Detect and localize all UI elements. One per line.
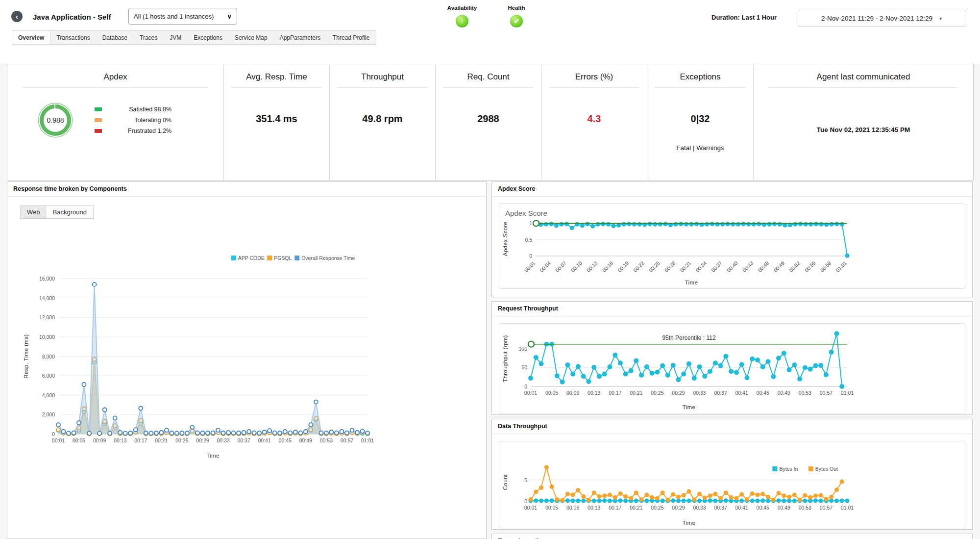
tab-label: Database — [102, 34, 127, 41]
svg-text:4,000: 4,000 — [42, 392, 55, 398]
tab[interactable]: Database — [97, 31, 134, 44]
agent-last-communicated-value: Tue Nov 02, 2021 12:35:45 PM — [754, 126, 973, 133]
tab[interactable]: Overview — [12, 31, 50, 44]
tab[interactable]: Transactions — [50, 31, 96, 44]
instance-selector[interactable]: All (1 hosts and 1 instances) ∨ — [128, 8, 237, 25]
apdex-legend-item: Satisfied 98.8% — [95, 106, 172, 113]
svg-text:00:25: 00:25 — [648, 260, 661, 273]
response-time-chart: 02,0004,0006,0008,00010,00012,00014,0001… — [11, 222, 483, 461]
divider — [655, 87, 746, 88]
svg-text:1: 1 — [529, 220, 532, 226]
svg-text:00:05: 00:05 — [73, 437, 85, 443]
svg-text:00:09: 00:09 — [566, 505, 579, 511]
errors-value: 4.3 — [541, 113, 647, 125]
req-count-card: Req. Count 2988 — [435, 64, 541, 180]
svg-text:00:16: 00:16 — [601, 260, 614, 273]
back-button[interactable]: ‹ — [11, 11, 23, 22]
exceptions-card: Exceptions 0|32 Fatal | Warnings — [647, 64, 753, 180]
instance-selector-value: All (1 hosts and 1 instances) — [134, 13, 214, 20]
exceptions-value: 0|32 — [647, 113, 753, 125]
divider — [231, 87, 322, 88]
tab[interactable]: Exceptions — [188, 31, 229, 44]
svg-text:00:25: 00:25 — [175, 437, 188, 443]
toggle-button-label: Background — [53, 208, 87, 216]
svg-text:00:45: 00:45 — [757, 390, 769, 396]
svg-text:00:17: 00:17 — [609, 390, 621, 396]
legend-swatch — [95, 107, 102, 111]
toggle-button-label: Web — [27, 208, 40, 216]
svg-text:01:01: 01:01 — [841, 505, 854, 511]
divider — [23, 87, 208, 88]
svg-text:00:49: 00:49 — [778, 390, 790, 396]
apdex-legend-item: Frustrated 1.2% — [95, 128, 172, 134]
svg-text:Bytes In: Bytes In — [779, 466, 798, 472]
card-title: Agent last communicated — [754, 72, 973, 82]
svg-text:00:10: 00:10 — [570, 260, 583, 273]
apdex-score-panel: Apdex Score Apdex Score 00.5100:0100:040… — [491, 181, 973, 297]
svg-text:00:53: 00:53 — [320, 437, 333, 443]
svg-text:00:13: 00:13 — [588, 505, 600, 511]
divider — [337, 87, 428, 88]
duration-label: Duration: Last 1 Hour — [711, 14, 777, 21]
svg-text:00:29: 00:29 — [196, 437, 209, 443]
svg-text:2,000: 2,000 — [42, 411, 55, 417]
svg-text:00:33: 00:33 — [217, 437, 229, 443]
exceptions-sublabel: Fatal | Warnings — [647, 144, 753, 152]
svg-text:00:49: 00:49 — [778, 505, 790, 511]
response-time-panel: Response time broken by Components Web B… — [7, 181, 487, 539]
tab[interactable]: Thread Profile — [327, 31, 376, 44]
request-throughput-chart-box: 05010000:0100:0500:0900:1300:1700:2100:2… — [499, 323, 965, 413]
tab[interactable]: AppParameters — [274, 31, 327, 44]
svg-text:APP CODE: APP CODE — [238, 255, 265, 261]
tab[interactable]: Service Map — [229, 31, 274, 44]
req-count-value: 2988 — [436, 113, 541, 125]
svg-text:Bytes Out: Bytes Out — [815, 466, 838, 472]
page-title: Java Application - Self — [33, 13, 111, 21]
svg-text:00:19: 00:19 — [616, 260, 630, 273]
main-content: Response time broken by Components Web B… — [7, 181, 973, 539]
date-range-picker[interactable]: 2-Nov-2021 11:29 - 2-Nov-2021 12:29 ▾ — [798, 10, 965, 26]
request-throughput-chart: 05010000:0100:0500:0900:1300:1700:2100:2… — [499, 324, 862, 412]
svg-text:00:21: 00:21 — [630, 390, 642, 396]
svg-text:00:05: 00:05 — [545, 505, 558, 511]
tab-label: Exceptions — [194, 34, 222, 41]
svg-text:00:53: 00:53 — [799, 390, 811, 396]
svg-text:6,000: 6,000 — [42, 373, 55, 379]
tab[interactable]: JVM — [164, 31, 188, 44]
svg-text:Time: Time — [683, 520, 696, 526]
svg-text:00:58: 00:58 — [819, 260, 833, 273]
errors-count-panel: Errors (count) — [491, 534, 973, 539]
svg-text:00:34: 00:34 — [694, 260, 708, 273]
apdex-legend-item: Tolerating 0% — [95, 117, 172, 124]
svg-text:Resp. Time (ms): Resp. Time (ms) — [23, 334, 29, 378]
errors-count-panel-title: Errors (count) — [492, 534, 972, 539]
tab-label: AppParameters — [280, 34, 320, 41]
apdex-legend: Satisfied 98.8% Tolerating 0% Frustrated… — [95, 106, 172, 134]
svg-text:00:05: 00:05 — [545, 390, 558, 396]
svg-text:00:55: 00:55 — [804, 260, 817, 273]
tab[interactable]: Traces — [134, 31, 164, 44]
health-status: Health ✔ — [494, 5, 539, 27]
toggle-button[interactable]: Web — [21, 206, 47, 218]
svg-text:0: 0 — [52, 431, 55, 437]
svg-text:Count: Count — [502, 474, 508, 490]
health-check-icon: ✔ — [510, 15, 523, 27]
svg-text:Time: Time — [206, 453, 220, 459]
svg-text:00:01: 00:01 — [524, 390, 537, 396]
toggle-button[interactable]: Background — [47, 206, 93, 218]
legend-label: Tolerating 0% — [107, 117, 172, 124]
svg-text:00:37: 00:37 — [714, 505, 727, 511]
svg-text:Apdex Score: Apdex Score — [502, 222, 508, 256]
data-throughput-panel-title: Data Throughput — [492, 419, 972, 434]
svg-text:8,000: 8,000 — [42, 354, 55, 359]
svg-text:00:13: 00:13 — [588, 390, 600, 396]
svg-text:00:43: 00:43 — [741, 260, 755, 273]
data-throughput-panel: Data Throughput 0500:0100:0500:0900:1300… — [491, 419, 973, 530]
apdex-card: Apdex 0.988 Satisfied 98.8% Tolerating 0… — [7, 64, 223, 180]
divider — [549, 87, 639, 88]
divider — [769, 87, 957, 88]
svg-text:00:21: 00:21 — [155, 437, 168, 443]
response-time-panel-title: Response time broken by Components — [7, 182, 486, 197]
data-throughput-chart: 0500:0100:0500:0900:1300:1700:2100:2500:… — [499, 441, 862, 528]
apdex-score-chart: 00.5100:0100:0400:0700:1000:1300:1600:19… — [499, 204, 862, 287]
